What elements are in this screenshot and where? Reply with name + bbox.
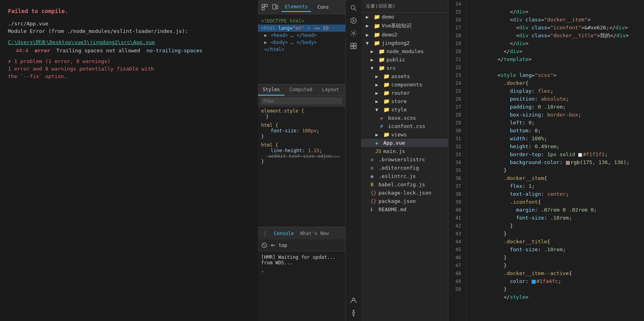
folder-name-4: jingdong2 [382,40,409,46]
folder-views[interactable]: ▶ 📁 views [361,130,448,139]
file-main-js[interactable]: JS main.js [361,147,448,155]
folder-demo2[interactable]: ▶ 📁 demo2 [361,31,448,39]
tab-console[interactable]: Console [272,230,296,237]
folder-name-13: views [391,132,407,138]
file-editorconfig[interactable]: ⚙ .editorconfig [361,164,448,172]
line-num-39: 39 [453,198,461,206]
folder-public[interactable]: ▶ 📁 public [361,55,448,64]
folder-icon-13: 📁 [383,132,390,138]
line-num-19: 19 [453,40,461,48]
user-icon[interactable] [349,296,358,305]
style-tabs: Styles Computed Layout [258,84,345,96]
code-content[interactable]: </div> <div class="docker__item"> <div c… [466,0,644,321]
more-icon[interactable] [349,308,358,318]
error-terminal: Failed to compile. ./src/App.vue Module … [0,0,258,321]
line-num-37: 37 [453,182,461,190]
folder-assets[interactable]: ▶ 📁 assets [361,72,448,80]
file-eslintrc[interactable]: ● .eslintrc.js [361,172,448,180]
source-icon[interactable] [349,16,358,25]
code-editor: 14 15 16 17 18 19 20 21 22 23 24 25 26 2… [448,0,644,321]
expand-chevron[interactable]: › [261,269,342,274]
tab-computed[interactable]: Computed [285,84,317,96]
file-link[interactable]: C:\Users\阿炎\Desktop\vue3\jingdong2\src\A… [8,39,250,46]
line-num-32: 32 [453,143,461,151]
line-num-35: 35 [453,166,461,174]
folder-icon-10: 📁 [383,90,390,96]
line-num-21: 21 [453,55,461,63]
file-explorer: 元素(旧区图) ▶ 📁 demo ▶ 📁 Vue基础知识 ▶ 📁 demo2 ▼… [361,0,448,321]
folder-icon-3: 📁 [374,32,380,38]
folder-demo[interactable]: ▶ 📁 demo [361,13,448,21]
style-rules: element.style { } html { font-size: 100p… [258,107,345,227]
file-iconfont-css[interactable]: # iconfont.css [361,122,448,130]
folder-icon: 📁 [374,14,380,20]
folder-chevron-icon-6: ▶ [371,57,377,63]
eslint-file-icon: ● [371,174,377,179]
folder-vue-basics[interactable]: ▶ 📁 Vue基础知识 [361,21,448,31]
vue-file-icon: ◆ [375,140,382,146]
tab-elements[interactable]: Elements [282,2,311,12]
path-text-1: ./src/App.vue [8,21,250,27]
file-app-vue[interactable]: ◆ App.vue [361,139,448,147]
file-babel-config[interactable]: B babel.config.js [361,180,448,189]
file-name-browserslistrc: .browserslistrc [379,157,425,162]
folder-icon-12: 📁 [383,107,390,113]
dom-node-doctype[interactable]: <!DOCTYPE html> [258,17,345,25]
context-selector[interactable]: top [279,243,287,248]
rule-element-style: element.style { } [261,108,342,119]
svg-line-11 [354,9,356,11]
svg-line-14 [352,21,355,22]
file-base-scss[interactable]: ◈ base.scss [361,114,448,122]
line-num-42: 42 [453,222,461,230]
folder-name-6: public [386,57,405,63]
hmr-message-1: [HMR] Waiting for updat... [261,254,342,260]
folder-icon-2: 📁 [374,23,380,29]
editor-content: 14 15 16 17 18 19 20 21 22 23 24 25 26 2… [448,0,644,321]
folder-store[interactable]: ▶ 📁 store [361,97,448,105]
json-file-icon-1: {} [371,190,377,196]
console-menu-icon[interactable]: ⋮ [261,230,269,237]
line-num-40: 40 [453,206,461,214]
file-package-lock[interactable]: {} package-lock.json [361,189,448,197]
folder-jingdong2[interactable]: ▼ 📁 jingdong2 [361,39,448,47]
css-file-icon: # [380,124,386,129]
folder-chevron-icon-3: ▶ [366,32,372,38]
folder-icon-11: 📁 [383,98,390,104]
tab-styles[interactable]: Styles [258,84,285,96]
folder-components[interactable]: ▶ 📁 components [361,80,448,89]
folder-chevron-icon-5: ▶ [371,49,377,54]
tab-whats-new[interactable]: What's New [299,230,331,237]
search-icon[interactable] [349,3,358,13]
file-browserslistrc[interactable]: ≡ .browserslistrc [361,155,448,164]
settings-icon[interactable] [349,29,358,38]
filter-input[interactable] [261,97,342,105]
folder-src[interactable]: ▼ 📁 src [361,64,448,72]
layers-icon[interactable] [349,41,358,51]
inspect-icon[interactable] [261,4,268,11]
folder-node-modules[interactable]: ▶ 📁 node_modules [361,47,448,55]
folder-style[interactable]: ▼ 📁 style [361,105,448,114]
device-icon[interactable] [271,4,279,11]
dom-node-head[interactable]: ▶ <head> … </head> [258,32,345,39]
svg-point-10 [351,6,355,10]
folder-name-11: store [391,98,407,104]
folder-icon-6: 📁 [379,57,385,63]
console-content: [HMR] Waiting for updat... from WDS... › [258,251,345,321]
file-readme[interactable]: ℹ README.md [361,205,448,214]
file-package-json[interactable]: {} package.json [361,197,448,205]
tab-console-top[interactable]: Cons [314,3,332,11]
svg-rect-16 [351,43,353,46]
line-num-34: 34 [453,159,461,166]
readme-file-icon: ℹ [371,207,377,212]
tab-layout[interactable]: Layout [317,84,344,96]
dom-node-body[interactable]: ▶ <body> … </body> [258,39,345,46]
folder-icon-4: 📁 [374,40,380,46]
js-file-icon: JS [375,149,382,154]
folder-chevron-icon-4: ▼ [366,40,372,46]
line-num-45: 45 [453,246,461,254]
filter-console-button[interactable] [270,242,276,248]
dom-node-html[interactable]: <html lang="en" > == $0 [258,25,345,32]
file-name-package-json: package.json [379,198,416,204]
folder-router[interactable]: ▶ 📁 router [361,89,448,97]
clear-console-button[interactable] [261,242,267,248]
